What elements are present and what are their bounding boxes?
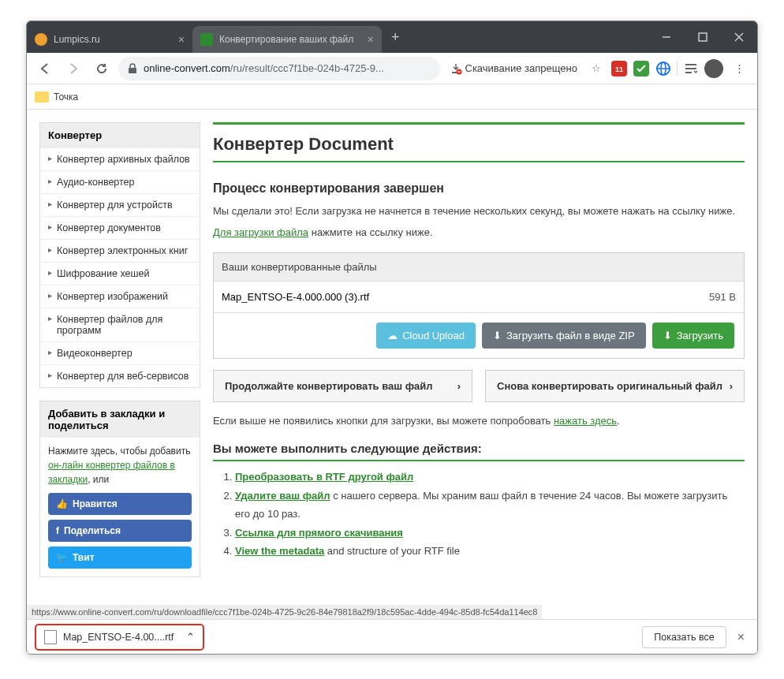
close-icon[interactable]: × (368, 33, 374, 46)
chevron-right-icon: › (730, 380, 733, 392)
actions-title: Вы можете выполнить следующие действия: (213, 442, 745, 455)
reload-button[interactable] (90, 57, 114, 80)
main-content: Конвертер Document Процесс конвертирован… (213, 122, 745, 606)
sidebar-item-software[interactable]: Конвертер файлов для программ (40, 308, 200, 341)
sidebar-item-image[interactable]: Конвертер изображений (40, 285, 200, 308)
thumb-icon: 👍 (56, 498, 68, 509)
reading-list-icon[interactable] (682, 60, 700, 77)
sidebar-item-web[interactable]: Конвертер для веб-сервисов (40, 364, 200, 387)
done-title: Процесс конвертирования завершен (213, 181, 745, 196)
download-icon: ⬇ (663, 330, 672, 341)
tab-label: Конвертирование ваших файл (219, 34, 353, 45)
fallback-link[interactable]: нажать здесь (554, 415, 617, 427)
url-path: /ru/result/ccc7f1be-024b-4725-9... (230, 62, 384, 74)
download-blocked[interactable]: Скачивание запрещено (445, 62, 583, 75)
sidebar-item-hash[interactable]: Шифрование хешей (40, 262, 200, 285)
sidebar: Конвертер Конвертер архивных файлов Ауди… (39, 122, 200, 606)
fb-like-button[interactable]: 👍Нравится (48, 493, 192, 515)
close-icon[interactable]: × (733, 630, 749, 644)
sidebar-item-document[interactable]: Конвертер документов (40, 216, 200, 239)
browser-window: Lumpics.ru × Конвертирование ваших файл … (26, 21, 758, 655)
new-tab-button[interactable]: + (382, 29, 409, 46)
cloud-icon: ☁ (387, 330, 398, 341)
page-title: Конвертер Document (213, 134, 745, 155)
lock-icon (128, 63, 137, 74)
download-zip-button[interactable]: ⬇Загрузить файл в виде ZIP (482, 323, 646, 349)
fb-share-button[interactable]: fПоделиться (48, 520, 192, 542)
continue-convert-button[interactable]: Продолжайте конвертировать ваш файл› (213, 370, 472, 402)
maximize-button[interactable] (685, 21, 721, 53)
download-icon: ⬇ (493, 330, 502, 341)
minimize-button[interactable] (648, 21, 685, 53)
chevron-up-icon[interactable]: ⌃ (186, 631, 195, 643)
result-head: Ваши конвертированные файлы (214, 253, 744, 281)
ext-adblock[interactable]: 11 (610, 60, 628, 77)
social-buttons: 👍Нравится fПоделиться 🐦Твит (40, 493, 200, 576)
download-link[interactable]: Для загрузки файла (213, 226, 308, 238)
sidebar-item-video[interactable]: Видеоконвертер (40, 341, 200, 364)
convert-another-link[interactable]: Преобразовать в RTF другой файл (235, 471, 413, 483)
favicon-convert (200, 33, 213, 46)
url-host: online-convert.com (144, 62, 230, 74)
tab-lumpics[interactable]: Lumpics.ru × (27, 26, 192, 53)
direct-link[interactable]: Ссылка для прямого скачивания (235, 527, 403, 539)
forward-button[interactable] (62, 57, 85, 80)
folder-icon (35, 91, 49, 103)
list-item: Удалите ваш файл с нашего сервера. Мы хр… (235, 487, 745, 524)
downloads-bar: Map_ENTSO-E-4.00....rtf ⌃ Показать все × (27, 619, 757, 654)
close-button[interactable] (721, 21, 757, 53)
download-filename: Map_ENTSO-E-4.00....rtf (63, 632, 174, 643)
download-button[interactable]: ⬇Загрузить (652, 323, 734, 349)
show-all-button[interactable]: Показать все (642, 626, 726, 648)
sidebar-title: Конвертер (40, 123, 200, 147)
ext-check[interactable] (633, 60, 650, 77)
result-box: Ваши конвертированные файлы Map_ENTSO-E-… (213, 252, 745, 359)
back-button[interactable] (33, 57, 57, 80)
titlebar: Lumpics.ru × Конвертирование ваших файл … (27, 21, 757, 53)
sidebar-item-audio[interactable]: Аудио-конвертер (40, 170, 200, 193)
status-bar-url: https://www.online-convert.com/ru/downlo… (27, 605, 542, 619)
converter-menu: Конвертер Конвертер архивных файлов Ауди… (39, 122, 200, 388)
bookmarks-bar: Точка (27, 84, 757, 110)
ext-globe[interactable] (655, 60, 672, 77)
result-row: Map_ENTSO-E-4.000.000 (3).rtf 591 B (214, 281, 744, 312)
svg-rect-4 (129, 68, 136, 73)
sidebar-item-device[interactable]: Конвертер для устройств (40, 193, 200, 216)
favicon-lumpics (35, 33, 47, 46)
profile-avatar[interactable] (704, 59, 723, 78)
metadata-link[interactable]: View the metadata (235, 545, 324, 557)
accent-line (213, 122, 745, 125)
convert-again-button[interactable]: Снова конвертировать оригинальный файл› (485, 370, 745, 402)
done-text: Мы сделали это! Если загрузка не начнетс… (213, 203, 745, 220)
tab-label: Lumpics.ru (54, 34, 100, 45)
tweet-button[interactable]: 🐦Твит (48, 547, 192, 569)
tab-convert[interactable]: Конвертирование ваших файл × (192, 26, 382, 53)
facebook-icon: f (56, 525, 59, 536)
svg-rect-1 (699, 33, 707, 41)
file-size: 591 B (709, 291, 736, 303)
list-item: Ссылка для прямого скачивания (235, 524, 745, 542)
divider (677, 61, 678, 76)
close-icon[interactable]: × (178, 33, 185, 46)
url-input[interactable]: online-convert.com /ru/result/ccc7f1be-0… (118, 57, 440, 80)
bookmark-text: Нажмите здесь, чтобы добавить он-лайн ко… (40, 438, 200, 493)
delete-file-link[interactable]: Удалите ваш файл (235, 490, 330, 502)
window-controls (648, 21, 757, 53)
done-text2: Для загрузки файла нажмите на ссылку ниж… (213, 225, 745, 241)
download-blocked-icon (450, 62, 462, 75)
cloud-upload-button[interactable]: ☁Cloud Upload (376, 323, 476, 349)
address-bar: online-convert.com /ru/result/ccc7f1be-0… (27, 53, 757, 84)
bookmark-title: Добавить в закладки и поделиться (40, 401, 200, 438)
sidebar-item-ebook[interactable]: Конвертер электронных книг (40, 239, 200, 262)
sidebar-item-archive[interactable]: Конвертер архивных файлов (40, 147, 200, 170)
download-chip[interactable]: Map_ENTSO-E-4.00....rtf ⌃ (35, 624, 204, 651)
actions-list: Преобразовать в RTF другой файл Удалите … (213, 468, 745, 560)
accent-line (213, 460, 745, 461)
fallback-text: Если выше не появились кнопки для загруз… (213, 413, 745, 430)
download-blocked-label: Скачивание запрещено (465, 62, 578, 74)
bookmark-item[interactable]: Точка (54, 91, 78, 103)
bookmark-star-icon[interactable]: ☆ (587, 62, 606, 74)
bookmark-link[interactable]: он-лайн конвертер файлов в закладки (48, 460, 175, 485)
list-item: Преобразовать в RTF другой файл (235, 468, 745, 486)
menu-button[interactable]: ⋮ (728, 62, 751, 74)
